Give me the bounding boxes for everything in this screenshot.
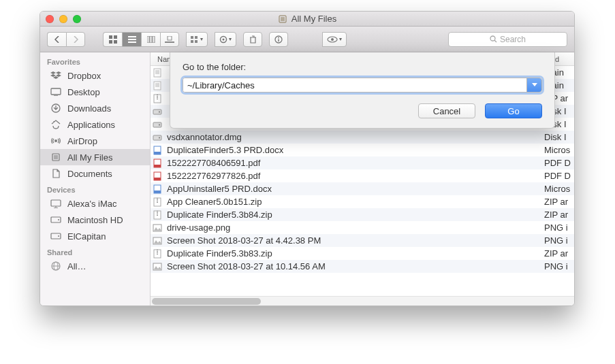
file-row[interactable]: 1522227708406591.pdfPDF D bbox=[151, 156, 574, 169]
downloads-icon bbox=[50, 102, 62, 114]
dmg-file-icon bbox=[151, 107, 164, 116]
sidebar-item-label: All My Files bbox=[67, 152, 112, 163]
svg-point-62 bbox=[159, 137, 160, 138]
horizontal-scrollbar[interactable] bbox=[151, 296, 574, 305]
search-icon bbox=[490, 35, 497, 43]
file-name: Screen Shot 2018-03-27 at 10.14.56 AM bbox=[164, 261, 539, 271]
path-dropdown-button[interactable] bbox=[526, 78, 541, 92]
sidebar-item-applications[interactable]: Applications bbox=[40, 116, 150, 133]
list-view-button[interactable] bbox=[122, 32, 141, 47]
action-group: ▾ bbox=[215, 32, 236, 47]
dmg-file-icon bbox=[151, 133, 164, 142]
svg-point-32 bbox=[54, 139, 57, 142]
search-input[interactable]: Search bbox=[448, 32, 567, 47]
file-row[interactable]: Screen Shot 2018-03-27 at 10.14.56 AMPNG… bbox=[151, 260, 574, 273]
file-kind: PNG i bbox=[539, 261, 574, 271]
arrange-button[interactable]: ▾ bbox=[186, 32, 208, 47]
quicklook-button[interactable]: ▾ bbox=[322, 32, 347, 47]
file-kind: Micros bbox=[539, 145, 574, 155]
arrange-group: ▾ bbox=[186, 32, 208, 47]
sidebar-item-label: Dropbox bbox=[67, 71, 101, 81]
txt-file-icon bbox=[151, 81, 164, 90]
zoom-window-button[interactable] bbox=[73, 15, 81, 23]
file-row[interactable]: DuplicateFinder5.3 PRD.docxMicros bbox=[151, 144, 574, 156]
chevron-down-icon bbox=[532, 83, 537, 87]
file-row[interactable]: 1522227762977826.pdfPDF D bbox=[151, 169, 574, 182]
sidebar-item-label: ElCapitan bbox=[67, 231, 106, 242]
svg-rect-61 bbox=[153, 135, 161, 140]
file-name: 1522227762977826.pdf bbox=[164, 171, 539, 181]
sidebar-section-header: Shared bbox=[40, 244, 150, 258]
close-window-button[interactable] bbox=[46, 15, 54, 23]
svg-rect-70 bbox=[154, 191, 161, 193]
sidebar-item-downloads[interactable]: Downloads bbox=[40, 100, 150, 116]
sidebar-item-all-my-files[interactable]: All My Files bbox=[40, 149, 150, 165]
action-button[interactable]: ▾ bbox=[215, 32, 236, 47]
hdd-icon bbox=[50, 214, 62, 226]
view-mode-buttons bbox=[103, 32, 179, 47]
cancel-button[interactable]: Cancel bbox=[418, 103, 475, 118]
file-row[interactable]: Duplicate Finder5.3b83.zipZIP ar bbox=[151, 247, 574, 260]
toolbar: ▾ ▾ ▾ Search bbox=[40, 27, 574, 52]
forward-button[interactable] bbox=[66, 32, 85, 47]
svg-point-21 bbox=[223, 38, 225, 40]
sidebar-item-airdrop[interactable]: AirDrop bbox=[40, 133, 150, 149]
svg-point-41 bbox=[58, 219, 59, 220]
sidebar-item-elcapitan[interactable]: ElCapitan bbox=[40, 228, 150, 244]
path-input[interactable] bbox=[183, 78, 526, 92]
svg-rect-47 bbox=[154, 69, 161, 77]
file-kind: PNG i bbox=[539, 235, 574, 246]
file-row[interactable]: App Cleaner5.0b151.zipZIP ar bbox=[151, 195, 574, 208]
cancel-label: Cancel bbox=[433, 106, 460, 116]
column-view-button[interactable] bbox=[141, 32, 160, 47]
file-name: drive-usage.png bbox=[164, 222, 539, 233]
file-kind: PNG i bbox=[539, 222, 574, 233]
traffic-lights bbox=[46, 15, 81, 23]
file-name: Duplicate Finder5.3b83.zip bbox=[164, 248, 539, 259]
imac-icon bbox=[50, 197, 62, 210]
back-button[interactable] bbox=[47, 32, 66, 47]
svg-rect-68 bbox=[154, 178, 161, 180]
sidebar-item-all-[interactable]: All… bbox=[40, 258, 150, 274]
sidebar-item-label: AirDrop bbox=[67, 136, 97, 146]
sidebar-item-macintosh-hd[interactable]: Macintosh HD bbox=[40, 212, 150, 228]
file-kind: ZIP ar bbox=[539, 197, 574, 207]
sidebar-item-desktop[interactable]: Desktop bbox=[40, 84, 150, 100]
svg-rect-11 bbox=[147, 36, 149, 43]
file-kind: PDF D bbox=[539, 171, 574, 181]
file-row[interactable]: Screen Shot 2018-03-27 at 4.42.38 PMPNG … bbox=[151, 234, 574, 247]
file-kind: Disk I bbox=[539, 132, 574, 142]
main: FavoritesDropboxDesktopDownloadsApplicat… bbox=[40, 52, 574, 305]
file-row[interactable]: drive-usage.pngPNG i bbox=[151, 221, 574, 234]
all-my-files-icon bbox=[278, 14, 287, 24]
file-row[interactable]: Duplicate Finder5.3b84.zipZIP ar bbox=[151, 208, 574, 221]
coverflow-view-button[interactable] bbox=[160, 32, 179, 47]
icon-view-button[interactable] bbox=[103, 32, 122, 47]
trash-button[interactable] bbox=[243, 32, 262, 47]
svg-rect-51 bbox=[154, 82, 161, 90]
svg-rect-19 bbox=[195, 40, 198, 43]
applications-icon bbox=[50, 118, 62, 131]
pdf-file-icon bbox=[151, 159, 164, 168]
svg-rect-16 bbox=[191, 36, 193, 39]
hdd-icon bbox=[50, 230, 62, 242]
info-button[interactable] bbox=[269, 32, 288, 47]
sidebar-item-dropbox[interactable]: Dropbox bbox=[40, 67, 150, 84]
svg-rect-59 bbox=[153, 122, 161, 127]
sidebar-item-alexa-s-imac[interactable]: Alexa's iMac bbox=[40, 195, 150, 212]
svg-rect-6 bbox=[109, 40, 112, 44]
svg-rect-37 bbox=[51, 200, 61, 206]
go-button[interactable]: Go bbox=[485, 103, 542, 118]
svg-rect-29 bbox=[51, 88, 61, 95]
file-row[interactable]: vsdxannotator.dmgDisk I bbox=[151, 131, 574, 144]
file-row[interactable]: AppUninstaller5 PRD.docxMicros bbox=[151, 182, 574, 195]
sidebar-item-documents[interactable]: Documents bbox=[40, 165, 150, 182]
sidebar-item-label: Applications bbox=[67, 120, 115, 130]
png-file-icon bbox=[151, 224, 164, 232]
minimize-window-button[interactable] bbox=[59, 15, 67, 23]
search-placeholder: Search bbox=[500, 35, 526, 44]
titlebar: All My Files bbox=[40, 12, 574, 27]
scrollbar-thumb[interactable] bbox=[152, 298, 261, 305]
sidebar-item-label: Desktop bbox=[67, 87, 100, 97]
svg-rect-66 bbox=[154, 165, 161, 167]
